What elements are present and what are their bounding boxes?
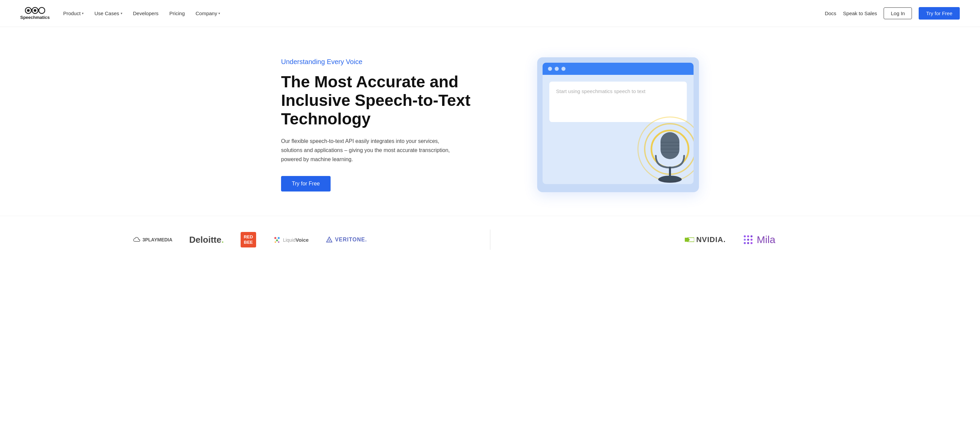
hero-tagline: Understanding Every Voice (281, 58, 483, 66)
nav-docs-link[interactable]: Docs (825, 10, 836, 16)
browser-header (542, 63, 694, 75)
nav-item-product[interactable]: Product ▾ (63, 10, 84, 16)
svg-point-21 (275, 241, 276, 243)
logos-section: 3PLAYMEDIA Deloitte . RED BEE LiquidVo (0, 216, 980, 270)
nav-item-usecases[interactable]: Use Cases ▾ (94, 10, 122, 16)
logos-right: ▶ NVIDIA. Mila (507, 234, 953, 245)
liquidvoice-icon (273, 236, 281, 244)
browser-dot-1 (548, 67, 552, 71)
nvidia-icon: ▶ (685, 236, 694, 244)
svg-point-33 (747, 242, 749, 244)
svg-point-27 (747, 235, 749, 237)
logo-nvidia: ▶ NVIDIA. (685, 235, 726, 244)
svg-point-30 (747, 239, 749, 241)
mila-icon (743, 234, 754, 245)
logos-left: 3PLAYMEDIA Deloitte . RED BEE LiquidVo (27, 232, 473, 248)
browser-mockup: Start using speechmatics speech to text (537, 57, 699, 192)
svg-point-26 (744, 235, 746, 237)
nav-item-company[interactable]: Company ▾ (196, 10, 220, 16)
logo-mila: Mila (743, 234, 775, 245)
logo-deloitte: Deloitte . (189, 235, 224, 245)
cloud-icon (133, 237, 140, 243)
nav-item-pricing[interactable]: Pricing (169, 10, 185, 16)
veritone-icon: V (326, 236, 333, 244)
svg-point-31 (751, 239, 752, 241)
svg-point-32 (744, 242, 746, 244)
mic-svg (626, 112, 694, 184)
svg-point-1 (27, 9, 30, 12)
logos-divider (490, 229, 490, 250)
logo-liquidvoice: LiquidVoice (273, 236, 309, 244)
nav-try-button[interactable]: Try for Free (919, 7, 960, 19)
svg-point-20 (276, 239, 278, 241)
svg-point-28 (751, 235, 752, 237)
logo-text: Speechmatics (20, 15, 49, 20)
browser-dot-3 (562, 67, 565, 71)
hero-left: Understanding Every Voice The Most Accur… (281, 58, 483, 191)
chevron-down-icon: ▾ (121, 11, 123, 15)
nav-speak-to-sales[interactable]: Speak to Sales (843, 10, 877, 16)
nav-right: Docs Speak to Sales Log In Try for Free (825, 7, 960, 19)
navbar: Speechmatics Product ▾ Use Cases ▾ Devel… (0, 0, 980, 27)
hero-section: Understanding Every Voice The Most Accur… (254, 27, 726, 216)
hero-description: Our flexible speech-to-text API easily i… (281, 137, 456, 164)
logo-redbee: RED BEE (240, 232, 256, 248)
chevron-down-icon: ▾ (218, 11, 220, 15)
svg-text:▶: ▶ (687, 238, 690, 242)
svg-point-4 (39, 7, 45, 13)
nav-login-button[interactable]: Log In (884, 7, 912, 19)
browser-placeholder-text: Start using speechmatics speech to text (556, 88, 645, 94)
svg-text:V: V (328, 239, 330, 242)
svg-point-34 (751, 242, 752, 244)
svg-point-3 (34, 9, 37, 12)
svg-point-29 (744, 239, 746, 241)
browser-body: Start using speechmatics speech to text (542, 75, 694, 184)
nav-menu: Product ▾ Use Cases ▾ Developers Pricing… (63, 10, 220, 16)
svg-point-19 (278, 237, 280, 239)
logo[interactable]: Speechmatics (20, 7, 49, 20)
logo-veritone: V VERITONE. (326, 236, 367, 244)
chevron-down-icon: ▾ (82, 11, 84, 15)
svg-point-17 (660, 176, 680, 181)
hero-right: Start using speechmatics speech to text (483, 57, 699, 192)
nav-item-developers[interactable]: Developers (133, 10, 159, 16)
hero-try-button[interactable]: Try for Free (281, 176, 331, 191)
hero-title: The Most Accurate and Inclusive Speech-t… (281, 72, 483, 129)
svg-point-22 (278, 241, 279, 243)
logo-3playmedia: 3PLAYMEDIA (133, 237, 173, 243)
microphone-illustration (626, 112, 694, 184)
logo-3playmedia-text: 3PLAYMEDIA (143, 237, 173, 242)
svg-point-18 (274, 237, 276, 239)
browser-dot-2 (555, 67, 559, 71)
